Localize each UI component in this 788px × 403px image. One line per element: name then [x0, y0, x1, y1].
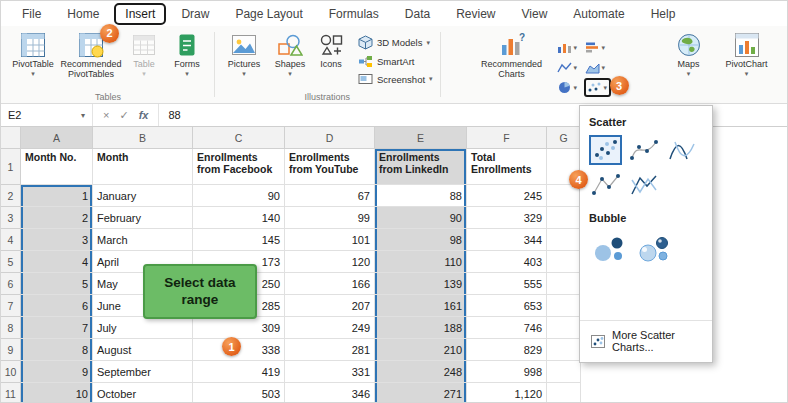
pictures-button[interactable]: Pictures ▾	[220, 28, 268, 78]
icons-button[interactable]: Icons	[312, 28, 350, 69]
cell-E8[interactable]: 188	[375, 317, 467, 339]
more-scatter-charts-item[interactable]: More Scatter Charts...	[589, 323, 703, 357]
pivotchart-button[interactable]: PivotChart ▾	[721, 28, 773, 78]
line-chart-button[interactable]: ▾	[556, 58, 583, 77]
column-header-E[interactable]: E	[375, 127, 467, 149]
row-header-8[interactable]: 8	[1, 317, 21, 339]
cell-G5[interactable]	[547, 251, 581, 273]
cell-E6[interactable]: 139	[375, 273, 467, 295]
recommended-pivottables-button[interactable]: Recommended PivotTables 2	[59, 28, 123, 80]
cell-F5[interactable]: 403	[467, 251, 547, 273]
cell-A6[interactable]: 5	[21, 273, 93, 295]
tab-file[interactable]: File	[11, 3, 52, 25]
tab-data[interactable]: Data	[394, 3, 441, 25]
cell-B10[interactable]: September	[93, 361, 193, 383]
cell-F10[interactable]: 998	[467, 361, 547, 383]
row-header-10[interactable]: 10	[1, 361, 21, 383]
cell-B8[interactable]: July	[93, 317, 193, 339]
cell-F11[interactable]: 1,120	[467, 383, 547, 403]
area-chart-button[interactable]: ▾	[584, 58, 611, 77]
scatter-straight-markers-option[interactable]	[589, 170, 622, 200]
cell-A11[interactable]: 10	[21, 383, 93, 403]
select-all-button[interactable]	[1, 127, 21, 149]
cell-E5[interactable]: 110	[375, 251, 467, 273]
scatter-option[interactable]	[589, 135, 622, 165]
cell-A1[interactable]: Month No.	[21, 149, 93, 185]
scatter-straight-option[interactable]	[627, 170, 660, 200]
enter-icon[interactable]: ✓	[119, 109, 128, 122]
cell-C11[interactable]: 503	[193, 383, 285, 403]
cell-A3[interactable]: 2	[21, 207, 93, 229]
column-header-A[interactable]: A	[21, 127, 93, 149]
column-header-F[interactable]: F	[467, 127, 547, 149]
column-header-G[interactable]: G	[547, 127, 581, 149]
cell-D7[interactable]: 207	[285, 295, 375, 317]
cell-F8[interactable]: 746	[467, 317, 547, 339]
tab-draw[interactable]: Draw	[170, 3, 220, 25]
cell-A7[interactable]: 6	[21, 295, 93, 317]
cell-G9[interactable]	[547, 339, 581, 361]
cell-E11[interactable]: 271	[375, 383, 467, 403]
cell-D5[interactable]: 120	[285, 251, 375, 273]
cell-C4[interactable]: 145	[193, 229, 285, 251]
cell-A2[interactable]: 1	[21, 185, 93, 207]
cell-A5[interactable]: 4	[21, 251, 93, 273]
cell-E4[interactable]: 98	[375, 229, 467, 251]
cell-G11[interactable]	[547, 383, 581, 403]
3d-models-button[interactable]: 3D Models ▾	[358, 35, 433, 50]
cell-D11[interactable]: 346	[285, 383, 375, 403]
cell-E9[interactable]: 210	[375, 339, 467, 361]
recommended-charts-button[interactable]: ? Recommended Charts	[480, 28, 544, 80]
insert-function-icon[interactable]: fx	[139, 109, 149, 121]
table-button[interactable]: Table ▾	[123, 28, 165, 78]
cell-G8[interactable]	[547, 317, 581, 339]
bubble-option[interactable]	[589, 231, 629, 267]
cell-D6[interactable]: 166	[285, 273, 375, 295]
cell-G10[interactable]	[547, 361, 581, 383]
cell-E3[interactable]: 90	[375, 207, 467, 229]
cell-C3[interactable]: 140	[193, 207, 285, 229]
cell-F3[interactable]: 329	[467, 207, 547, 229]
cell-G6[interactable]	[547, 273, 581, 295]
cell-C10[interactable]: 419	[193, 361, 285, 383]
column-header-C[interactable]: C	[193, 127, 285, 149]
shapes-button[interactable]: Shapes ▾	[268, 28, 312, 78]
cell-F9[interactable]: 829	[467, 339, 547, 361]
column-header-D[interactable]: D	[285, 127, 375, 149]
cell-C2[interactable]: 90	[193, 185, 285, 207]
tab-help[interactable]: Help	[640, 3, 687, 25]
smartart-button[interactable]: SmartArt	[358, 55, 433, 68]
tab-insert[interactable]: Insert	[114, 3, 166, 25]
row-header-6[interactable]: 6	[1, 273, 21, 295]
tab-review[interactable]: Review	[445, 3, 506, 25]
row-header-9[interactable]: 9	[1, 339, 21, 361]
row-header-4[interactable]: 4	[1, 229, 21, 251]
cell-E10[interactable]: 248	[375, 361, 467, 383]
cell-A10[interactable]: 9	[21, 361, 93, 383]
cell-D10[interactable]: 331	[285, 361, 375, 383]
cell-G3[interactable]	[547, 207, 581, 229]
row-header-1[interactable]: 1	[1, 149, 21, 185]
cell-E2[interactable]: 88	[375, 185, 467, 207]
cell-D2[interactable]: 67	[285, 185, 375, 207]
maps-button[interactable]: Maps ▾	[667, 28, 711, 78]
row-header-7[interactable]: 7	[1, 295, 21, 317]
scatter-chart-button[interactable]: ▾ 3	[584, 78, 611, 97]
screenshot-button[interactable]: Screenshot ▾	[358, 73, 433, 85]
cell-B11[interactable]: October	[93, 383, 193, 403]
tab-formulas[interactable]: Formulas	[318, 3, 390, 25]
cell-B3[interactable]: February	[93, 207, 193, 229]
cell-F4[interactable]: 344	[467, 229, 547, 251]
cell-B1[interactable]: Month	[93, 149, 193, 185]
bubble-3d-option[interactable]	[634, 231, 674, 267]
forms-button[interactable]: Forms ▾	[165, 28, 209, 78]
column-chart-button[interactable]: ▾	[556, 38, 583, 57]
cell-F1[interactable]: Total Enrollments	[467, 149, 547, 185]
formula-input[interactable]: 88	[159, 109, 180, 121]
row-header-3[interactable]: 3	[1, 207, 21, 229]
cancel-icon[interactable]: ×	[103, 109, 109, 121]
row-header-2[interactable]: 2	[1, 185, 21, 207]
column-header-B[interactable]: B	[93, 127, 193, 149]
bar-chart-button[interactable]: ▾	[584, 38, 611, 57]
cell-A9[interactable]: 8	[21, 339, 93, 361]
